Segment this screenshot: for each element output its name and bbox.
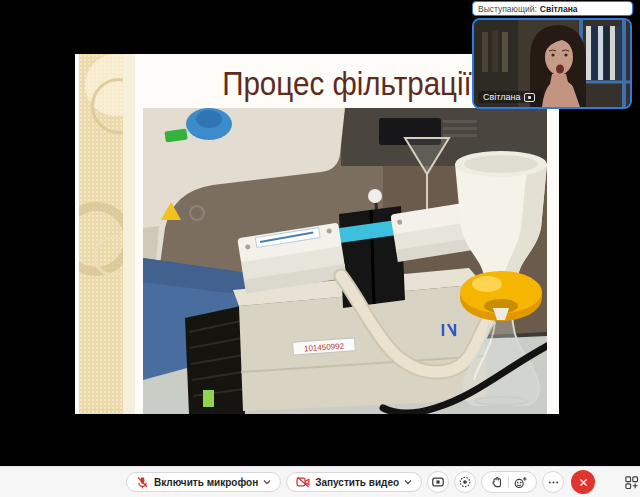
slide-accent-strip — [79, 54, 123, 414]
raise-hand-button[interactable] — [486, 475, 508, 489]
unmute-button[interactable]: Включить микрофон — [126, 472, 281, 492]
share-screen-icon — [431, 475, 445, 489]
slide-photo: 101450992 — [143, 108, 547, 414]
raise-hand-icon — [490, 475, 504, 489]
meeting-window: Процес фільтрації — [0, 0, 640, 497]
unmute-button-label: Включить микрофон — [154, 477, 258, 488]
more-button[interactable] — [542, 471, 564, 493]
start-video-button-label: Запустить видео — [315, 477, 399, 488]
start-video-button[interactable]: Запустить видео — [286, 472, 422, 492]
speaker-banner-name: Світлана — [540, 4, 578, 14]
close-icon — [578, 477, 589, 488]
chevron-down-icon — [404, 479, 412, 485]
share-screen-button[interactable] — [427, 471, 449, 493]
chevron-down-icon — [263, 479, 271, 485]
camera-off-icon — [296, 476, 310, 488]
record-button[interactable] — [454, 471, 476, 493]
slide-accent-strip-edge — [123, 54, 135, 414]
leave-button[interactable] — [571, 470, 595, 494]
speaker-banner: Выступающий: Світлана — [472, 1, 633, 16]
mic-muted-icon — [136, 476, 149, 489]
speaker-video-tile[interactable]: Світлана — [472, 18, 632, 109]
more-icon — [547, 476, 560, 489]
participant-name: Світлана — [483, 92, 520, 102]
lab-filtration-photo: 101450992 — [143, 108, 547, 414]
record-icon — [458, 475, 472, 489]
participant-name-tag: Світлана — [478, 91, 540, 103]
reactions-group — [481, 471, 537, 493]
reactions-button[interactable] — [509, 475, 532, 490]
apps-button[interactable] — [621, 472, 640, 492]
meeting-toolbar: Включить микрофон Запустить видео — [0, 466, 640, 497]
video-indicator-icon — [524, 93, 535, 102]
speaker-banner-prefix: Выступающий: — [478, 4, 537, 14]
apps-icon — [624, 475, 639, 490]
reactions-icon — [513, 475, 528, 490]
